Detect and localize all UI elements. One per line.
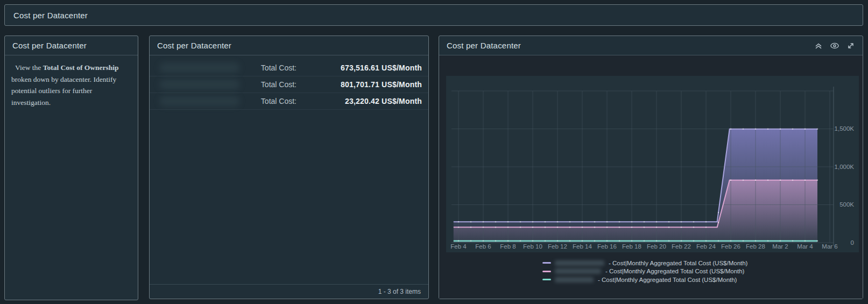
- data-point-marker: [569, 221, 571, 223]
- data-point-marker: [755, 179, 757, 181]
- total-cost-label: Total Cost:: [245, 80, 297, 89]
- x-tick-label: Feb 16: [597, 243, 617, 250]
- data-point-marker: [582, 221, 583, 223]
- description-text: View the: [15, 63, 43, 72]
- data-point-marker: [656, 221, 658, 223]
- data-point-marker: [767, 128, 769, 130]
- chart-legend: - Cost|Monthly Aggregated Total Cost (US…: [542, 259, 747, 284]
- x-tick-label: Feb 20: [647, 243, 666, 250]
- data-point-marker: [644, 221, 645, 223]
- x-tick-label: Feb 24: [696, 243, 716, 250]
- data-point-marker: [495, 221, 497, 223]
- redaction-blur: [159, 79, 240, 90]
- data-point-marker: [730, 179, 732, 181]
- info-widget-header: Cost per Datacenter: [5, 36, 138, 55]
- collapse-icon[interactable]: [814, 41, 823, 50]
- table-row[interactable]: Total Cost: 801,701.71 US$/Month: [150, 76, 428, 93]
- pagination-status: 1 - 3 of 3 items: [150, 284, 428, 299]
- chart-widget: Cost per Datacenter 0500K1,000: [439, 36, 863, 299]
- data-point-marker: [817, 240, 818, 242]
- x-tick-label: Feb 22: [672, 243, 691, 250]
- y-tick-label: 500K: [839, 201, 854, 208]
- data-point-marker: [656, 227, 658, 228]
- legend-item[interactable]: - Cost|Monthly Aggregated Total Cost (US…: [542, 275, 747, 284]
- info-widget-title: Cost per Datacenter: [12, 41, 87, 50]
- data-point-marker: [545, 227, 546, 228]
- data-point-marker: [532, 221, 534, 223]
- table-row[interactable]: Total Cost: 673,516.61 US$/Month: [150, 60, 428, 76]
- data-point-marker: [693, 221, 695, 223]
- data-point-marker: [631, 221, 633, 223]
- data-point-marker: [545, 240, 546, 242]
- data-point-marker: [755, 128, 757, 130]
- legend-label: - Cost|Monthly Aggregated Total Cost (US…: [598, 277, 737, 283]
- data-point-marker: [668, 221, 670, 223]
- info-widget: Cost per Datacenter View the Total Cost …: [4, 36, 138, 300]
- x-tick-label: Feb 10: [523, 243, 542, 250]
- x-tick-label: Mar 2: [772, 243, 788, 250]
- x-tick-label: Feb 26: [721, 243, 740, 250]
- data-point-marker: [693, 240, 695, 242]
- data-point-marker: [619, 227, 620, 228]
- data-point-marker: [767, 240, 769, 242]
- data-point-marker: [644, 227, 645, 228]
- data-point-marker: [557, 227, 559, 228]
- table-row[interactable]: Total Cost: 23,220.42 US$/Month: [150, 93, 428, 110]
- x-tick-label: Feb 12: [548, 243, 567, 250]
- data-point-marker: [780, 128, 781, 130]
- data-point-marker: [470, 221, 472, 223]
- data-point-marker: [681, 240, 682, 242]
- data-point-marker: [668, 227, 670, 228]
- data-point-marker: [705, 240, 707, 242]
- data-point-marker: [644, 240, 645, 242]
- data-point-marker: [681, 227, 682, 228]
- data-point-marker: [582, 240, 583, 242]
- data-point-marker: [681, 221, 682, 223]
- chart-widget-title: Cost per Datacenter: [447, 41, 521, 50]
- data-point-marker: [705, 221, 707, 223]
- legend-label: - Cost|Monthly Aggregated Total Cost (US…: [605, 268, 744, 274]
- x-tick-label: Feb 14: [573, 243, 592, 250]
- data-point-marker: [532, 240, 534, 242]
- data-point-marker: [792, 240, 794, 242]
- chart-widget-body: 0500K1,000K1,500KFeb 4Feb 6Feb 8Feb 10Fe…: [439, 55, 863, 299]
- data-point-marker: [743, 128, 744, 130]
- description-bold-text: Total Cost of Ownership: [43, 63, 119, 72]
- data-point-marker: [718, 240, 719, 242]
- legend-item[interactable]: - Cost|Monthly Aggregated Total Cost (US…: [542, 259, 747, 267]
- list-widget: Cost per Datacenter Total Cost: 673,516.…: [149, 36, 429, 299]
- data-point-marker: [718, 222, 719, 223]
- data-point-marker: [805, 128, 806, 130]
- description-text: broken down by datacenter. Identify pote…: [11, 75, 116, 107]
- data-point-marker: [520, 240, 521, 242]
- legend-item[interactable]: - Cost|Monthly Aggregated Total Cost (US…: [542, 267, 747, 276]
- total-cost-value: 23,220.42 US$/Month: [297, 97, 422, 105]
- x-tick-label: Mar 6: [822, 243, 837, 250]
- list-widget-header: Cost per Datacenter: [150, 36, 428, 55]
- expand-icon[interactable]: [846, 41, 855, 50]
- data-point-marker: [606, 221, 608, 223]
- data-point-marker: [594, 240, 596, 242]
- data-point-marker: [805, 179, 806, 181]
- items-count-text: 1 - 3 of 3 items: [378, 288, 421, 295]
- data-point-marker: [743, 179, 744, 181]
- datacenter-name-redacted: [156, 97, 245, 105]
- data-point-marker: [520, 221, 521, 223]
- data-point-marker: [520, 227, 521, 228]
- data-point-marker: [656, 240, 658, 242]
- data-point-marker: [668, 240, 670, 242]
- data-point-marker: [817, 128, 818, 130]
- data-point-marker: [631, 240, 633, 242]
- data-point-marker: [817, 179, 818, 181]
- data-point-marker: [755, 240, 757, 242]
- data-point-marker: [470, 227, 472, 228]
- x-tick-label: Feb 4: [450, 243, 467, 250]
- redaction-blur: [159, 62, 240, 73]
- eye-icon[interactable]: [830, 41, 839, 50]
- cost-area-chart[interactable]: 0500K1,000K1,500KFeb 4Feb 6Feb 8Feb 10Fe…: [446, 76, 859, 252]
- datacenter-name-redacted: [156, 80, 245, 89]
- data-point-marker: [483, 221, 484, 223]
- data-point-marker: [483, 240, 484, 242]
- data-point-marker: [470, 240, 472, 242]
- legend-swatch: [542, 262, 551, 264]
